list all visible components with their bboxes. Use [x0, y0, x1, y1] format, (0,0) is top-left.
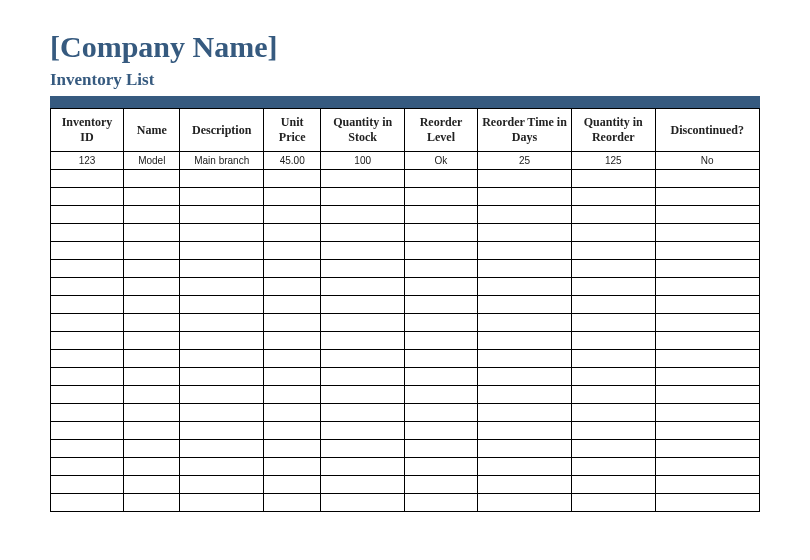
- cell-reorder-time-days[interactable]: [478, 242, 572, 260]
- cell-inventory-id[interactable]: [51, 440, 124, 458]
- cell-qty-in-stock[interactable]: [321, 278, 405, 296]
- cell-inventory-id[interactable]: [51, 404, 124, 422]
- cell-reorder-level[interactable]: [404, 386, 477, 404]
- cell-qty-in-reorder[interactable]: [571, 206, 655, 224]
- cell-reorder-level[interactable]: [404, 188, 477, 206]
- cell-inventory-id[interactable]: [51, 242, 124, 260]
- cell-discontinued[interactable]: [655, 458, 759, 476]
- cell-name[interactable]: [124, 368, 180, 386]
- cell-qty-in-stock[interactable]: [321, 224, 405, 242]
- cell-qty-in-reorder[interactable]: [571, 314, 655, 332]
- cell-qty-in-reorder[interactable]: [571, 242, 655, 260]
- cell-name[interactable]: [124, 404, 180, 422]
- cell-description[interactable]: [180, 314, 264, 332]
- cell-inventory-id[interactable]: [51, 224, 124, 242]
- cell-inventory-id[interactable]: [51, 260, 124, 278]
- cell-discontinued[interactable]: [655, 422, 759, 440]
- cell-discontinued[interactable]: [655, 242, 759, 260]
- cell-reorder-level[interactable]: Ok: [404, 152, 477, 170]
- cell-description[interactable]: [180, 206, 264, 224]
- cell-reorder-level[interactable]: [404, 422, 477, 440]
- cell-discontinued[interactable]: [655, 278, 759, 296]
- cell-discontinued[interactable]: [655, 170, 759, 188]
- cell-unit-price[interactable]: [263, 242, 320, 260]
- cell-inventory-id[interactable]: [51, 332, 124, 350]
- cell-discontinued[interactable]: [655, 368, 759, 386]
- cell-description[interactable]: [180, 332, 264, 350]
- cell-description[interactable]: [180, 260, 264, 278]
- cell-discontinued[interactable]: [655, 332, 759, 350]
- cell-unit-price[interactable]: [263, 260, 320, 278]
- cell-reorder-time-days[interactable]: [478, 476, 572, 494]
- cell-reorder-level[interactable]: [404, 404, 477, 422]
- cell-unit-price[interactable]: [263, 404, 320, 422]
- cell-name[interactable]: [124, 332, 180, 350]
- cell-description[interactable]: [180, 458, 264, 476]
- cell-unit-price[interactable]: [263, 476, 320, 494]
- cell-description[interactable]: [180, 350, 264, 368]
- cell-description[interactable]: [180, 296, 264, 314]
- cell-unit-price[interactable]: [263, 296, 320, 314]
- cell-name[interactable]: [124, 386, 180, 404]
- cell-unit-price[interactable]: [263, 422, 320, 440]
- cell-qty-in-reorder[interactable]: [571, 296, 655, 314]
- cell-description[interactable]: [180, 404, 264, 422]
- cell-qty-in-stock[interactable]: [321, 296, 405, 314]
- cell-qty-in-reorder[interactable]: [571, 224, 655, 242]
- cell-unit-price[interactable]: [263, 278, 320, 296]
- cell-qty-in-stock[interactable]: [321, 206, 405, 224]
- cell-name[interactable]: [124, 242, 180, 260]
- cell-qty-in-stock[interactable]: 100: [321, 152, 405, 170]
- cell-qty-in-reorder[interactable]: [571, 440, 655, 458]
- cell-reorder-time-days[interactable]: [478, 170, 572, 188]
- cell-inventory-id[interactable]: [51, 422, 124, 440]
- cell-name[interactable]: [124, 422, 180, 440]
- cell-name[interactable]: [124, 170, 180, 188]
- cell-reorder-level[interactable]: [404, 494, 477, 512]
- cell-name[interactable]: Model: [124, 152, 180, 170]
- cell-qty-in-stock[interactable]: [321, 404, 405, 422]
- cell-unit-price[interactable]: [263, 314, 320, 332]
- cell-qty-in-stock[interactable]: [321, 260, 405, 278]
- cell-qty-in-stock[interactable]: [321, 170, 405, 188]
- cell-reorder-level[interactable]: [404, 206, 477, 224]
- cell-reorder-time-days[interactable]: [478, 494, 572, 512]
- cell-inventory-id[interactable]: 123: [51, 152, 124, 170]
- cell-reorder-time-days[interactable]: [478, 188, 572, 206]
- cell-qty-in-stock[interactable]: [321, 494, 405, 512]
- cell-reorder-time-days[interactable]: [478, 386, 572, 404]
- cell-qty-in-stock[interactable]: [321, 476, 405, 494]
- cell-reorder-level[interactable]: [404, 440, 477, 458]
- cell-qty-in-reorder[interactable]: [571, 386, 655, 404]
- cell-unit-price[interactable]: 45.00: [263, 152, 320, 170]
- cell-inventory-id[interactable]: [51, 458, 124, 476]
- cell-name[interactable]: [124, 206, 180, 224]
- cell-name[interactable]: [124, 296, 180, 314]
- cell-name[interactable]: [124, 476, 180, 494]
- cell-inventory-id[interactable]: [51, 206, 124, 224]
- cell-unit-price[interactable]: [263, 368, 320, 386]
- cell-description[interactable]: [180, 242, 264, 260]
- cell-qty-in-reorder[interactable]: [571, 368, 655, 386]
- cell-reorder-time-days[interactable]: [478, 278, 572, 296]
- cell-reorder-time-days[interactable]: [478, 296, 572, 314]
- cell-qty-in-reorder[interactable]: [571, 188, 655, 206]
- cell-inventory-id[interactable]: [51, 278, 124, 296]
- cell-reorder-time-days[interactable]: [478, 206, 572, 224]
- cell-unit-price[interactable]: [263, 350, 320, 368]
- cell-qty-in-stock[interactable]: [321, 350, 405, 368]
- cell-qty-in-stock[interactable]: [321, 332, 405, 350]
- cell-name[interactable]: [124, 278, 180, 296]
- cell-name[interactable]: [124, 188, 180, 206]
- cell-description[interactable]: [180, 188, 264, 206]
- cell-name[interactable]: [124, 494, 180, 512]
- cell-reorder-time-days[interactable]: 25: [478, 152, 572, 170]
- cell-reorder-level[interactable]: [404, 368, 477, 386]
- cell-inventory-id[interactable]: [51, 296, 124, 314]
- cell-reorder-level[interactable]: [404, 332, 477, 350]
- cell-qty-in-stock[interactable]: [321, 422, 405, 440]
- cell-reorder-time-days[interactable]: [478, 458, 572, 476]
- cell-reorder-time-days[interactable]: [478, 314, 572, 332]
- cell-inventory-id[interactable]: [51, 494, 124, 512]
- cell-discontinued[interactable]: [655, 494, 759, 512]
